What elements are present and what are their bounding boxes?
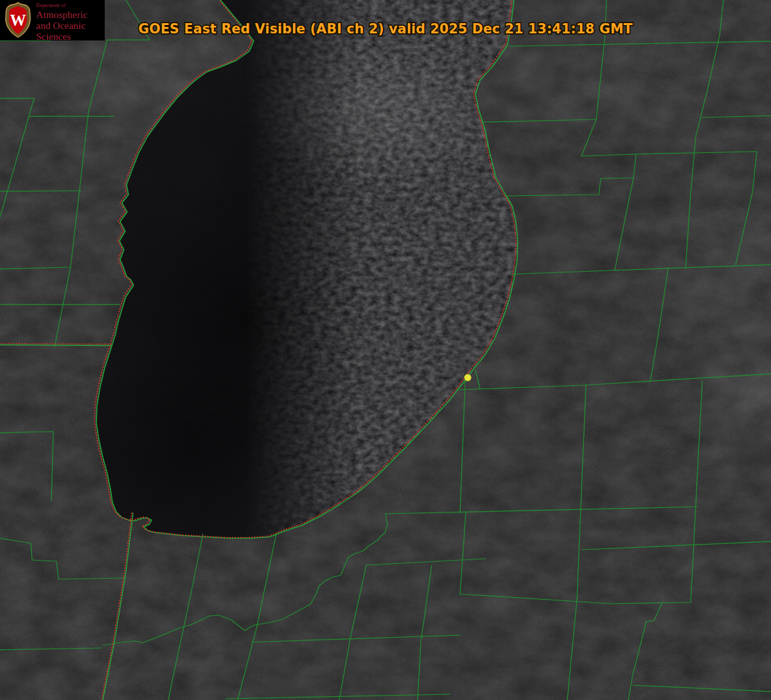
location-marker-dot[interactable] <box>465 374 472 381</box>
page-title: GOES East Red Visible (ABI ch 2) valid 2… <box>138 21 632 37</box>
satellite-map-canvas: GOES East Red Visible (ABI ch 2) valid 2… <box>0 0 771 700</box>
logo-name-line1: Atmospheric <box>36 9 105 20</box>
lake-cloud-streets-texture <box>212 0 546 546</box>
satellite-map-page: GOES East Red Visible (ABI ch 2) valid 2… <box>0 0 771 700</box>
logo-name-line2: and Oceanic Sciences <box>36 20 105 42</box>
uw-crest-icon: W <box>3 2 33 39</box>
crest-letter: W <box>10 12 26 29</box>
logo-department-line: Department of <box>36 3 105 8</box>
uw-aos-logo[interactable]: W Department of Atmospheric and Oceanic … <box>0 0 105 40</box>
